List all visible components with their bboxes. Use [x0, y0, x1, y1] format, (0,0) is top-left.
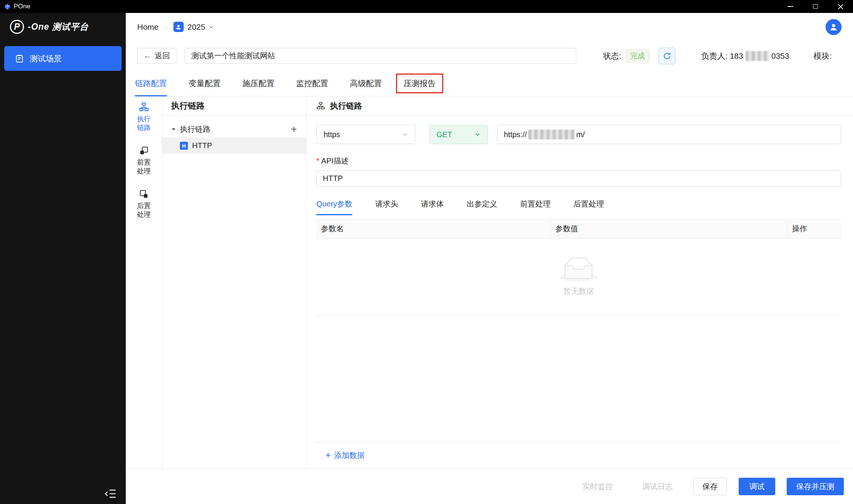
- save-button[interactable]: 保存: [693, 478, 727, 495]
- owner-phone-redacted: [746, 51, 769, 61]
- http-node-icon: H: [180, 142, 188, 150]
- tab-pre-processing[interactable]: 前置处理: [520, 199, 550, 215]
- tab-pressure-config[interactable]: 施压配置: [242, 71, 274, 96]
- refresh-button[interactable]: [659, 48, 675, 64]
- user-icon: [829, 22, 839, 32]
- breadcrumb: Home · 2025: [137, 22, 214, 32]
- tab-advanced-config[interactable]: 高级配置: [350, 71, 382, 96]
- status-badge: 完成: [625, 49, 650, 63]
- pre-process-icon: [139, 146, 149, 155]
- tool-label: 前置: [137, 158, 151, 167]
- realtime-monitor-link[interactable]: 实时监控: [582, 482, 613, 492]
- scene-toolbar: ← 返回 状态: 完成 负责人: 183 0353 模块:: [126, 41, 853, 71]
- api-label-text: API描述: [321, 157, 349, 165]
- add-node-button[interactable]: +: [291, 124, 297, 134]
- column-param-value: 参数值: [550, 219, 787, 238]
- content-area: 执行 链路 前置 处理 后置 处理 执行链路: [126, 96, 853, 469]
- table-header-row: 参数名 参数值 操作: [316, 219, 841, 238]
- tool-label: 后置: [137, 202, 151, 210]
- debug-log-link[interactable]: 调试日志: [642, 482, 673, 492]
- tool-label: 执行: [137, 115, 151, 123]
- request-line: https GET https:// m/: [316, 125, 841, 144]
- sidebar-item-label: 测试场景: [30, 53, 62, 64]
- editor-title: 执行链路: [330, 101, 362, 111]
- tab-label: 压测报告: [404, 78, 436, 89]
- tab-query-params[interactable]: Query参数: [316, 199, 352, 215]
- owner-phone-suffix: 0353: [771, 51, 789, 61]
- plus-icon: +: [325, 451, 330, 460]
- api-description-label: *API描述: [316, 156, 841, 166]
- protocol-value: https: [324, 130, 340, 139]
- tool-strip: 执行 链路 前置 处理 后置 处理: [126, 96, 162, 469]
- action-bar: 实时监控 调试日志 保存 调试 保存并压测: [126, 469, 853, 504]
- tree-node-http[interactable]: H HTTP: [162, 138, 306, 154]
- tab-label: 施压配置: [242, 78, 274, 89]
- execution-tree-panel: 执行链路 执行链路 + H HTTP: [162, 96, 306, 469]
- caret-down-icon[interactable]: [171, 127, 176, 132]
- tool-pre-processing[interactable]: 前置 处理: [137, 146, 151, 176]
- breadcrumb-separator: ·: [165, 22, 167, 31]
- add-data-link[interactable]: + 添加数据: [325, 450, 364, 461]
- project-selector[interactable]: 2025: [188, 22, 205, 32]
- save-and-test-button[interactable]: 保存并压测: [787, 478, 844, 495]
- close-button[interactable]: [828, 0, 853, 13]
- scene-name-input[interactable]: [185, 48, 576, 64]
- protocol-select[interactable]: https: [316, 125, 415, 144]
- req-tab-label: 请求头: [375, 200, 398, 208]
- chevron-down-icon: [475, 131, 481, 138]
- window-title: POne: [14, 3, 30, 10]
- tab-label: 高级配置: [350, 78, 382, 89]
- flow-icon: [316, 101, 325, 110]
- back-arrow-icon: ←: [144, 51, 151, 60]
- empty-box-icon: [560, 258, 598, 282]
- tab-monitor-config[interactable]: 监控配置: [296, 71, 328, 96]
- tree-panel-title: 执行链路: [162, 96, 306, 115]
- user-avatar[interactable]: [826, 19, 842, 35]
- empty-state: 暂无数据: [316, 238, 841, 316]
- method-select[interactable]: GET: [429, 125, 488, 144]
- minimize-button[interactable]: [778, 0, 803, 13]
- column-param-name: 参数名: [316, 219, 550, 238]
- tab-post-processing[interactable]: 后置处理: [573, 199, 604, 215]
- app-window: POne P -One 测试平台 测试场景 H: [0, 0, 853, 504]
- url-suffix: m/: [576, 130, 585, 139]
- tool-execution-link[interactable]: 执行 链路: [137, 102, 151, 132]
- page-header: Home · 2025: [126, 13, 853, 41]
- module-label: 模块:: [813, 51, 832, 61]
- breadcrumb-home[interactable]: Home: [137, 22, 159, 32]
- tool-label: 处理: [137, 210, 151, 219]
- back-button[interactable]: ← 返回: [137, 48, 176, 64]
- sidebar-item-test-scenario[interactable]: 测试场景: [4, 46, 122, 71]
- url-input[interactable]: https:// m/: [497, 125, 841, 144]
- add-data-row: + 添加数据: [316, 442, 841, 469]
- req-tab-label: 后置处理: [573, 200, 604, 208]
- sidebar: P -One 测试平台 测试场景: [0, 13, 126, 504]
- close-icon: [838, 4, 843, 10]
- maximize-button[interactable]: [803, 0, 828, 13]
- tool-label: 链路: [137, 123, 151, 132]
- tab-variable-config[interactable]: 变量配置: [189, 71, 221, 96]
- tab-request-headers[interactable]: 请求头: [375, 199, 398, 215]
- window-controls: [778, 0, 853, 13]
- tab-output-params[interactable]: 出参定义: [467, 199, 497, 215]
- request-detail-tabs: Query参数 请求头 请求体 出参定义 前置处理 后置处理: [316, 199, 841, 215]
- req-tab-label: 出参定义: [467, 200, 497, 208]
- tool-post-processing[interactable]: 后置 处理: [137, 189, 151, 219]
- tree-root-node[interactable]: 执行链路 +: [162, 121, 306, 138]
- tab-link-config[interactable]: 链路配置: [135, 71, 167, 96]
- tab-label: 监控配置: [296, 78, 328, 89]
- url-redacted: [528, 130, 575, 139]
- api-description-input[interactable]: [316, 170, 841, 187]
- titlebar-left: POne: [0, 3, 30, 10]
- project-avatar-icon: [173, 22, 184, 32]
- tab-request-body[interactable]: 请求体: [421, 199, 444, 215]
- logo-p-icon: P: [10, 20, 24, 34]
- chevron-down-icon[interactable]: [208, 24, 214, 30]
- tab-label: 变量配置: [189, 78, 221, 89]
- sidebar-collapse-button[interactable]: [104, 487, 117, 501]
- req-tab-label: 请求体: [421, 200, 444, 208]
- tree-root-label: 执行链路: [180, 124, 210, 134]
- debug-button[interactable]: 调试: [739, 478, 775, 495]
- tab-test-report[interactable]: 压测报告: [404, 71, 436, 96]
- collapse-icon: [104, 488, 117, 500]
